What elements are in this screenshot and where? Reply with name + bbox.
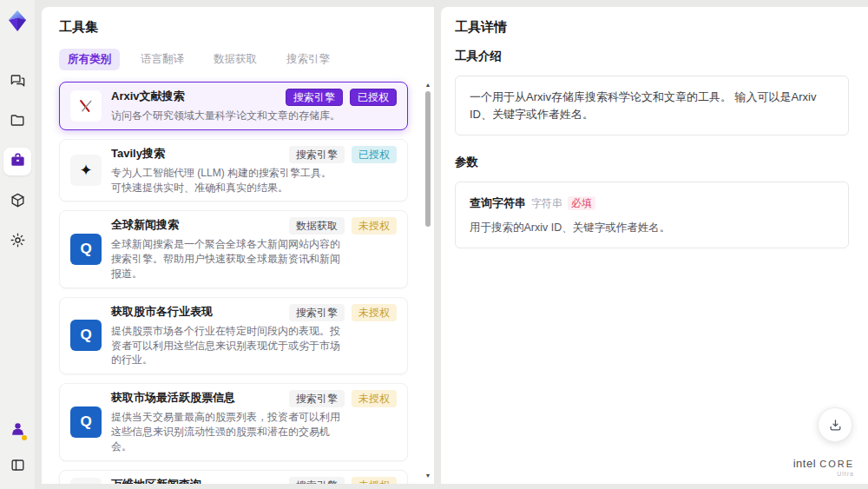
tool-description: 提供股票市场各个行业在特定时间段内的表现。投资者可以利用这些信息来识别表现优于或… xyxy=(111,324,341,367)
tool-description: 提供当天交易量最高的股票列表，投资者可以利用这些信息来识别流动性强的股票和潜在的… xyxy=(111,410,341,453)
category-tag: 搜索引擎 xyxy=(289,146,345,163)
arxiv-logo-icon xyxy=(70,90,102,122)
news-logo-icon: Q xyxy=(70,320,102,351)
intro-box: 一个用于从Arxiv存储库搜索科学论文和文章的工具。 输入可以是Arxiv ID… xyxy=(455,76,849,135)
sidebar-item-chat[interactable] xyxy=(3,68,31,96)
auth-status-badge: 未授权 xyxy=(352,390,397,407)
category-tag: 搜索引擎 xyxy=(289,304,345,321)
category-tag: 搜索引擎 xyxy=(289,390,345,407)
category-tag: 搜索引擎 xyxy=(286,89,343,106)
page-title: 工具集 xyxy=(59,19,417,36)
sidebar-item-gear[interactable] xyxy=(3,228,31,255)
notification-dot xyxy=(22,435,27,440)
tool-description: 专为人工智能代理 (LLM) 构建的搜索引擎工具。可快速提供实时、准确和真实的结… xyxy=(111,166,341,195)
panel-toggle-icon xyxy=(10,457,26,477)
sidebar-rail xyxy=(0,0,35,489)
category-tag: 搜索引擎 xyxy=(289,477,345,484)
app-logo-icon[interactable] xyxy=(5,9,30,33)
news-logo-icon: Q xyxy=(70,406,102,438)
auth-status-badge: 未授权 xyxy=(352,304,397,321)
tool-description: 访问各个研究领域大量科学论文和文章的存储库。 xyxy=(111,109,341,123)
param-required-badge: 必填 xyxy=(568,196,595,210)
auth-status-badge: 已授权 xyxy=(352,146,397,163)
auth-status-badge: 未授权 xyxy=(352,217,397,235)
list-scrollbar[interactable]: ▲ ▼ xyxy=(424,82,432,479)
tool-name: 全球新闻搜索 xyxy=(111,217,179,233)
sidebar-item-folder[interactable] xyxy=(3,108,31,135)
param-name: 查询字符串 xyxy=(470,196,526,209)
category-tabs: 所有类别语言翻译数据获取搜索引擎 xyxy=(59,49,417,70)
tool-list: Arxiv文献搜索 搜索引擎 已授权 访问各个研究领域大量科学论文和文章的存储库… xyxy=(59,82,413,484)
category-tab[interactable]: 搜索引擎 xyxy=(278,49,339,70)
intel-core-logo: intel CORE Ultra xyxy=(793,457,854,477)
scroll-up-icon[interactable]: ▲ xyxy=(424,82,432,89)
cube-icon xyxy=(10,192,26,212)
intro-heading: 工具介绍 xyxy=(455,49,849,64)
param-type: 字符串 xyxy=(531,197,562,209)
chat-icon xyxy=(10,72,26,92)
param-description: 用于搜索的Arxiv ID、关键字或作者姓名。 xyxy=(470,220,834,236)
detail-title: 工具详情 xyxy=(455,19,849,36)
sidebar-nav xyxy=(3,68,31,255)
sidebar-bottom xyxy=(3,416,31,480)
tool-card[interactable]: ✦ Tavily搜索 搜索引擎 已授权 专为人工智能代理 (LLM) 构建的搜索… xyxy=(59,139,408,202)
tool-list-panel: 工具集 所有类别语言翻译数据获取搜索引擎 Arxiv文献搜索 搜索引擎 已授权 … xyxy=(42,7,434,484)
tool-card[interactable]: Q 获取股市各行业表现 搜索引擎 未授权 提供股票市场各个行业在特定时间段内的表… xyxy=(59,297,408,374)
params-heading: 参数 xyxy=(455,155,849,170)
sidebar-item-panel-toggle[interactable] xyxy=(3,453,31,480)
news-logo-icon: Q xyxy=(70,234,102,265)
scroll-down-icon[interactable]: ▼ xyxy=(424,472,432,479)
sidebar-item-briefcase[interactable] xyxy=(3,148,31,175)
tool-name: Tavily搜索 xyxy=(111,146,165,162)
scrollbar-thumb[interactable] xyxy=(425,91,431,227)
download-icon xyxy=(828,418,843,433)
category-tag: 数据获取 xyxy=(289,217,345,235)
category-tab[interactable]: 语言翻译 xyxy=(132,49,193,70)
intro-text: 一个用于从Arxiv存储库搜索科学论文和文章的工具。 输入可以是Arxiv ID… xyxy=(470,90,816,121)
tool-name: 万维地区新闻查询 xyxy=(111,477,201,484)
category-tab[interactable]: 所有类别 xyxy=(59,49,120,70)
tool-card[interactable]: Arxiv文献搜索 搜索引擎 已授权 访问各个研究领域大量科学论文和文章的存储库… xyxy=(59,82,408,130)
tool-card[interactable]: Q 获取市场最活跃股票信息 搜索引擎 未授权 提供当天交易量最高的股票列表，投资… xyxy=(59,383,408,460)
gear-icon xyxy=(10,232,26,252)
briefcase-icon xyxy=(10,152,26,172)
sparkle-icon: ✦ xyxy=(70,155,102,186)
parameter-card: 查询字符串字符串必填 用于搜索的Arxiv ID、关键字或作者姓名。 xyxy=(455,182,849,248)
tool-card[interactable]: Q 全球新闻搜索 数据获取 未授权 全球新闻搜索是一个聚合全球各大新闻网站内容的… xyxy=(59,210,408,287)
category-tab[interactable]: 数据获取 xyxy=(205,49,266,70)
building-icon xyxy=(70,478,102,484)
tool-name: 获取市场最活跃股票信息 xyxy=(111,390,235,406)
tool-name: Arxiv文献搜索 xyxy=(111,89,185,104)
param-list: 查询字符串字符串必填 用于搜索的Arxiv ID、关键字或作者姓名。 xyxy=(455,182,849,248)
tool-card[interactable]: 万维地区新闻查询 搜索引擎 未授权 查询具体行政区划内的新闻，快速了解各地新闻动 xyxy=(59,470,408,484)
auth-status-badge: 未授权 xyxy=(352,477,397,484)
auth-status-badge: 已授权 xyxy=(350,89,397,106)
tool-description: 全球新闻搜索是一个聚合全球各大新闻网站内容的搜索引擎。帮助用户快速获取全球最新资… xyxy=(111,237,341,281)
tool-detail-panel: 工具详情 工具介绍 一个用于从Arxiv存储库搜索科学论文和文章的工具。 输入可… xyxy=(441,7,868,484)
sidebar-item-user[interactable] xyxy=(3,416,31,444)
tool-name: 获取股市各行业表现 xyxy=(111,304,213,320)
sidebar-item-cube[interactable] xyxy=(3,188,31,215)
folder-icon xyxy=(10,112,26,132)
download-button[interactable] xyxy=(818,407,852,442)
